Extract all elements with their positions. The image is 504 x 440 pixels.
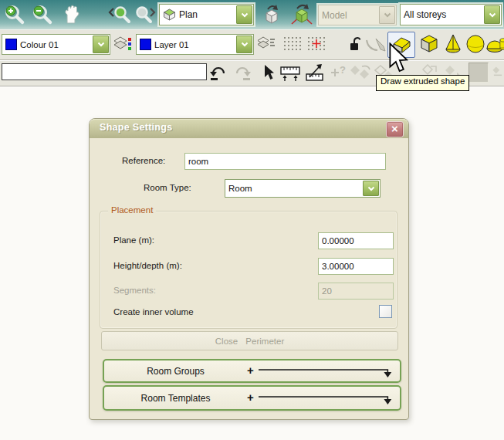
undo-button[interactable] xyxy=(208,63,229,82)
measure-diagonal-icon xyxy=(305,63,325,83)
layer-swatch-icon xyxy=(140,39,151,50)
measure-icon xyxy=(279,64,301,83)
layer-combobox[interactable]: Layer 01 xyxy=(136,34,254,55)
dialog-title: Shape Settings xyxy=(100,122,173,133)
draw-extruded-shape-button[interactable] xyxy=(387,32,415,58)
zoom-out-button[interactable] xyxy=(31,3,54,26)
undo-icon xyxy=(208,64,228,81)
measure-tool-button[interactable] xyxy=(279,63,302,83)
query-tool-button: ? xyxy=(328,63,348,82)
pan-hand-icon xyxy=(61,4,83,25)
view-mode-value: Plan xyxy=(176,9,235,20)
chevron-down-icon xyxy=(241,42,249,47)
expand-plus-icon: + xyxy=(247,364,254,377)
room-templates-label: Room Templates xyxy=(104,393,247,404)
storeys-combobox-value: All storeys xyxy=(401,9,483,20)
grid-icon xyxy=(283,36,302,52)
shapes-tool-button xyxy=(349,63,372,82)
rotate-model-button[interactable] xyxy=(259,2,284,27)
zoom-in-button[interactable] xyxy=(3,3,26,26)
query-icon: ? xyxy=(329,64,347,81)
inner-volume-checkbox[interactable] xyxy=(379,305,392,318)
rotate-model-icon xyxy=(260,3,283,26)
sphere-shape-icon xyxy=(465,33,485,55)
grid-button[interactable] xyxy=(282,36,303,52)
grid-origin-icon xyxy=(307,36,326,52)
chevron-down-icon xyxy=(367,186,375,191)
zoom-next-button[interactable] xyxy=(132,3,157,26)
ghost-tool-icon xyxy=(492,63,504,81)
extruded-shape-icon xyxy=(391,35,412,55)
coordinate-input[interactable] xyxy=(2,63,207,80)
layer-combobox-value: Layer 01 xyxy=(151,40,235,49)
colour-swatch-icon xyxy=(5,39,17,50)
model-dropdown-button xyxy=(379,6,395,24)
measure-diagonal-button[interactable] xyxy=(304,63,326,83)
height-depth-label: Height/depth (m): xyxy=(113,261,182,270)
height-depth-input[interactable] xyxy=(318,258,394,275)
storeys-combobox[interactable]: All storeys xyxy=(400,4,502,25)
tooltip-text: Draw extruded shape xyxy=(381,76,465,86)
zoom-previous-button[interactable] xyxy=(107,3,132,26)
room-type-label: Room Type: xyxy=(144,183,191,192)
select-tool-button[interactable] xyxy=(260,63,277,82)
zoom-previous-icon xyxy=(108,4,131,25)
draw-sphere-button[interactable] xyxy=(465,32,486,56)
draw-box-button[interactable] xyxy=(418,32,441,56)
view-toolbar: Plan Model All store xyxy=(0,0,504,29)
model-combobox-value: Model xyxy=(319,10,378,21)
plan-cube-icon xyxy=(163,8,176,21)
ghost-pressed-button xyxy=(468,63,489,83)
chevron-down-icon xyxy=(97,42,105,47)
room-groups-label: Room Groups xyxy=(104,366,247,377)
draw-arc-button xyxy=(364,35,387,55)
segments-input xyxy=(318,283,394,300)
shape-settings-dialog: Shape Settings × Reference: Room Type: R… xyxy=(89,118,409,420)
redo-button xyxy=(232,63,253,82)
close-icon: × xyxy=(391,122,398,135)
rotate-axes-icon xyxy=(289,3,315,26)
attributes-toolbar: Colour 01 Layer 01 xyxy=(0,29,504,60)
room-templates-expander[interactable]: Room Templates + xyxy=(103,385,401,411)
draw-cylinder-button[interactable] xyxy=(499,32,504,56)
rotate-axes-button[interactable] xyxy=(288,2,316,27)
lock-button[interactable] xyxy=(347,35,364,53)
close-button[interactable]: × xyxy=(386,121,404,137)
expand-plus-icon: + xyxy=(247,391,254,404)
dialog-titlebar[interactable]: Shape Settings × xyxy=(90,119,408,138)
draw-cone-button[interactable] xyxy=(442,32,464,56)
room-type-combobox[interactable]: Room xyxy=(225,179,381,198)
chevron-down-icon xyxy=(489,12,496,18)
reference-input[interactable] xyxy=(184,153,386,170)
pan-button[interactable] xyxy=(59,2,84,27)
inner-volume-label: Create inner volume xyxy=(113,307,194,316)
layer-dropdown-button[interactable] xyxy=(236,36,252,53)
tooltip: Draw extruded shape xyxy=(376,75,469,91)
room-type-dropdown-button[interactable] xyxy=(363,181,379,196)
model-combobox: Model xyxy=(318,5,397,25)
room-groups-expander[interactable]: Room Groups + xyxy=(103,359,401,383)
zoom-next-icon xyxy=(133,4,156,25)
reference-label: Reference: xyxy=(122,156,165,165)
expand-line-arrow-icon xyxy=(257,391,394,405)
lock-open-icon xyxy=(347,36,363,52)
draw-arc-icon xyxy=(365,36,387,54)
colour-combobox[interactable]: Colour 01 xyxy=(2,34,110,55)
layer-colours-button[interactable] xyxy=(113,36,133,52)
shapes-icon xyxy=(350,64,371,81)
room-type-value: Room xyxy=(225,184,362,193)
select-arrow-icon xyxy=(261,64,276,81)
layer-list-button[interactable] xyxy=(256,36,276,52)
plane-input[interactable] xyxy=(318,232,394,249)
segments-label: Segments: xyxy=(113,286,156,295)
storeys-dropdown-button[interactable] xyxy=(484,5,500,24)
plane-label: Plane (m): xyxy=(113,235,154,245)
cone-shape-icon xyxy=(443,33,463,55)
view-mode-combobox[interactable]: Plan xyxy=(159,4,254,25)
redo-icon xyxy=(232,64,252,81)
view-mode-dropdown-button[interactable] xyxy=(236,5,252,24)
grid-origin-button[interactable] xyxy=(306,36,326,52)
box-shape-icon xyxy=(418,33,440,55)
close-perimeter-button: Close Perimeter xyxy=(101,331,398,350)
colour-dropdown-button[interactable] xyxy=(93,36,109,53)
